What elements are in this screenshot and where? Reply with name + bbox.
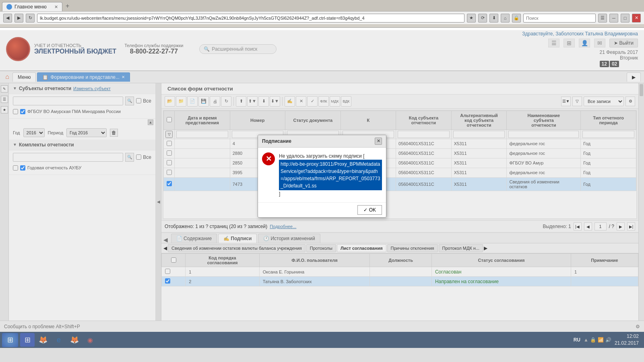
back-button[interactable]: ◀ bbox=[3, 14, 12, 23]
extension-button[interactable]: 🔒 bbox=[512, 14, 521, 23]
address-input[interactable] bbox=[37, 14, 464, 23]
refresh-button[interactable]: ⟳ bbox=[478, 14, 487, 23]
chrome-search-input[interactable] bbox=[523, 14, 596, 23]
tab-close-button[interactable]: ✕ bbox=[54, 4, 58, 10]
dialog-error-icon: ✕ bbox=[262, 152, 275, 165]
dialog-close-button[interactable]: ✕ bbox=[375, 138, 382, 145]
resize-min-button[interactable]: ─ bbox=[609, 14, 618, 23]
forward-button[interactable]: ▶ bbox=[14, 14, 23, 23]
tab-favicon bbox=[6, 4, 12, 10]
bookmark-button[interactable]: ★ bbox=[467, 14, 476, 23]
dialog-title: Подписание bbox=[262, 138, 291, 144]
download-button[interactable]: ⬇ bbox=[489, 14, 498, 23]
dialog-message: Не удалось загрузить схему подписи [http… bbox=[279, 152, 382, 197]
tab-label: Главное меню bbox=[14, 4, 52, 10]
dialog-header: Подписание ✕ bbox=[258, 135, 386, 148]
dialog-footer: ✓ OK bbox=[258, 202, 386, 217]
browser-tab[interactable]: Главное меню ✕ bbox=[2, 2, 62, 11]
home-button[interactable]: ⌂ bbox=[501, 14, 510, 23]
close-button[interactable]: ✕ bbox=[632, 14, 641, 23]
ok-check-icon: ✓ bbox=[363, 207, 367, 213]
dialog-box: Подписание ✕ ✕ Не удалось загрузить схем… bbox=[258, 135, 386, 218]
reload-button[interactable]: ↻ bbox=[26, 14, 35, 23]
dialog-body: ✕ Не удалось загрузить схему подписи [ht… bbox=[258, 148, 386, 202]
resize-max-button[interactable]: □ bbox=[621, 14, 630, 23]
dialog-ok-button[interactable]: ✓ OK bbox=[357, 205, 382, 215]
menu-button[interactable]: ☰ bbox=[598, 14, 607, 23]
new-tab-button[interactable]: + bbox=[62, 1, 72, 11]
dialog-overlay: Подписание ✕ ✕ Не удалось загрузить схем… bbox=[0, 30, 644, 362]
